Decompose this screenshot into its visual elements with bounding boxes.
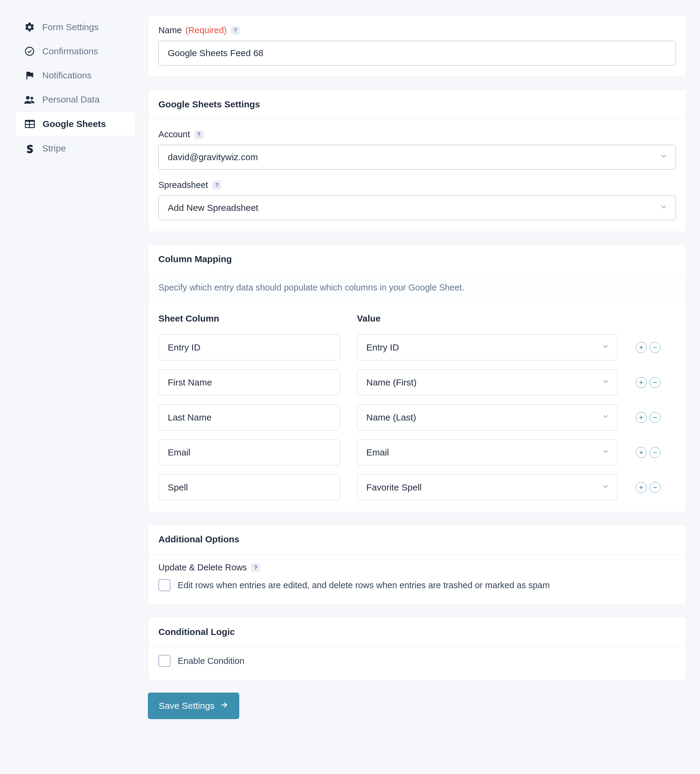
remove-row-button[interactable]: [650, 377, 660, 388]
sheet-column-input[interactable]: [159, 369, 340, 395]
settings-sidebar: Form Settings Confirmations Notification…: [15, 15, 136, 719]
settings-panel-title: Google Sheets Settings: [148, 89, 686, 119]
mapping-panel-description: Specify which entry data should populate…: [148, 274, 686, 301]
help-icon[interactable]: ?: [251, 563, 260, 572]
svg-point-0: [26, 47, 34, 56]
sidebar-item-label: Google Sheets: [43, 119, 106, 129]
column-header-value: Value: [357, 313, 617, 326]
row-actions: [634, 342, 660, 353]
name-panel: Name (Required) ?: [148, 15, 687, 77]
sidebar-item-label: Notifications: [42, 71, 91, 80]
spreadsheet-select[interactable]: [159, 195, 676, 220]
required-tag: (Required): [185, 25, 227, 35]
users-icon: [24, 94, 35, 105]
add-row-button[interactable]: [636, 342, 647, 353]
add-row-button[interactable]: [636, 377, 647, 388]
add-row-button[interactable]: [636, 447, 647, 458]
conditional-logic-panel: Conditional Logic Enable Condition: [148, 617, 687, 680]
additional-options-title: Additional Options: [148, 524, 686, 554]
help-icon[interactable]: ?: [212, 181, 221, 190]
save-settings-button-label: Save Settings: [159, 701, 215, 711]
gear-icon: [24, 22, 35, 33]
row-actions: [634, 412, 660, 423]
svg-point-2: [30, 97, 33, 99]
update-delete-rows-label: Update & Delete Rows ?: [159, 562, 260, 572]
svg-rect-7: [30, 125, 34, 127]
value-select[interactable]: [357, 369, 617, 395]
add-row-button[interactable]: [636, 482, 647, 493]
sheet-column-input[interactable]: [159, 440, 340, 465]
remove-row-button[interactable]: [650, 342, 660, 353]
svg-rect-4: [26, 122, 29, 124]
sheet-column-input[interactable]: [159, 334, 340, 361]
svg-point-1: [26, 96, 30, 99]
account-label: Account ?: [159, 129, 204, 139]
value-select[interactable]: [357, 405, 617, 430]
value-select[interactable]: [357, 440, 617, 465]
sidebar-item-label: Form Settings: [42, 23, 99, 31]
sidebar-item-label: Personal Data: [42, 95, 99, 104]
save-settings-button[interactable]: Save Settings: [148, 693, 239, 719]
name-field-label: Name (Required) ?: [159, 25, 240, 35]
row-actions: [634, 377, 660, 388]
add-row-button[interactable]: [636, 412, 647, 423]
sidebar-item-personal-data[interactable]: Personal Data: [15, 88, 136, 112]
remove-row-button[interactable]: [650, 447, 660, 458]
sidebar-item-label: Confirmations: [42, 47, 98, 56]
sidebar-item-confirmations[interactable]: Confirmations: [15, 39, 136, 63]
sheet-column-input[interactable]: [159, 405, 340, 430]
sidebar-item-notifications[interactable]: Notifications: [15, 63, 136, 88]
mapping-panel-title: Column Mapping: [148, 244, 686, 274]
svg-rect-6: [26, 125, 29, 127]
main-content: Name (Required) ? Google Sheets Settings…: [148, 15, 687, 719]
enable-condition-checkbox[interactable]: [159, 655, 170, 667]
remove-row-button[interactable]: [650, 482, 660, 493]
svg-rect-5: [30, 122, 34, 124]
flag-icon: [24, 70, 35, 81]
help-icon[interactable]: ?: [194, 130, 204, 139]
conditional-logic-title: Conditional Logic: [148, 617, 686, 647]
mapping-panel: Column Mapping Specify which entry data …: [148, 244, 687, 512]
update-delete-rows-checkbox[interactable]: [159, 579, 170, 591]
check-circle-icon: [24, 46, 35, 57]
mapping-grid: Sheet Column Value: [159, 313, 676, 500]
row-actions: [634, 482, 660, 493]
sidebar-item-label: Stripe: [42, 144, 66, 153]
spreadsheet-label: Spreadsheet ?: [159, 180, 221, 190]
arrow-right-icon: [220, 701, 228, 711]
additional-options-panel: Additional Options Update & Delete Rows …: [148, 524, 687, 605]
sheets-icon: [25, 119, 35, 129]
stripe-icon: [24, 143, 35, 154]
column-header-sheet-column: Sheet Column: [159, 313, 340, 326]
value-select[interactable]: [357, 334, 617, 361]
remove-row-button[interactable]: [650, 412, 660, 423]
account-select[interactable]: [159, 145, 676, 170]
update-delete-rows-checkbox-label: Edit rows when entries are edited, and d…: [178, 580, 550, 590]
sidebar-item-form-settings[interactable]: Form Settings: [15, 15, 136, 39]
sidebar-item-stripe[interactable]: Stripe: [15, 136, 136, 160]
help-icon[interactable]: ?: [231, 26, 240, 35]
enable-condition-checkbox-label: Enable Condition: [178, 656, 244, 666]
feed-name-input[interactable]: [159, 41, 676, 65]
value-select[interactable]: [357, 475, 617, 500]
settings-panel: Google Sheets Settings Account ?: [148, 89, 687, 232]
sheet-column-input[interactable]: [159, 475, 340, 500]
row-actions: [634, 447, 660, 458]
sidebar-item-google-sheets[interactable]: Google Sheets: [15, 112, 136, 136]
